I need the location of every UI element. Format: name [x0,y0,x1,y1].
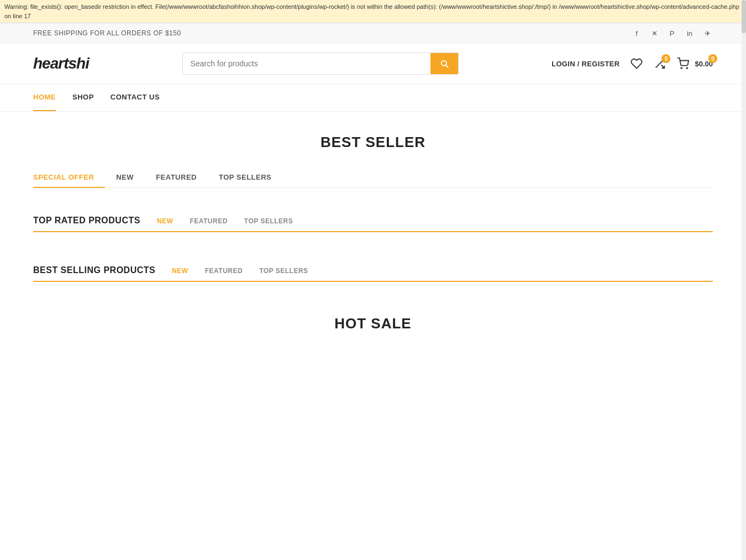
scrollbar[interactable] [742,0,746,371]
search-icon [439,59,449,69]
linkedin-icon[interactable]: in [684,28,695,39]
hot-sale-section: HOT SALE [33,315,713,332]
best-selling-tab-top-sellers[interactable]: TOP SELLERS [259,267,308,275]
compare-badge: 0 [661,54,670,63]
telegram-icon[interactable]: ✈ [702,28,713,39]
best-seller-title: BEST SELLER [33,134,713,151]
tab-special-offer[interactable]: SPECIAL OFFER [33,168,105,188]
top-rated-section: TOP RATED PRODUCTS NEW FEATURED TOP SELL… [33,216,713,232]
social-links: f ✕ P in ✈ [631,28,713,39]
heart-icon [631,57,643,70]
login-register-link[interactable]: LOGIN / REGISTER [551,60,619,68]
wishlist-button[interactable] [631,57,643,70]
top-rated-tab-featured[interactable]: FEATURED [190,217,227,225]
compare-button[interactable]: 0 [654,57,666,70]
best-seller-tabs: SPECIAL OFFER NEW FEATURED TOP SELLERS [33,168,713,188]
warning-text: Warning: file_exists(): open_basedir res… [4,3,739,19]
nav-item-shop[interactable]: SHOP [72,84,94,111]
best-selling-tab-featured[interactable]: FEATURED [205,267,243,275]
top-rated-header: TOP RATED PRODUCTS NEW FEATURED TOP SELL… [33,216,713,232]
header: heartshi LOGIN / REGISTER 0 [0,44,746,84]
scroll-thumb[interactable] [742,0,746,33]
top-rated-title: TOP RATED PRODUCTS [33,216,140,226]
pinterest-icon[interactable]: P [666,28,677,39]
logo: heartshi [33,55,89,72]
best-selling-section: BEST SELLING PRODUCTS NEW FEATURED TOP S… [33,265,713,282]
tab-new[interactable]: NEW [105,168,145,188]
shipping-notice: FREE SHIPPING FOR ALL ORDERS OF $150 [33,29,181,37]
cart-icon [677,57,689,70]
nav-item-contact[interactable]: CONTACT US [111,84,160,111]
best-seller-section: BEST SELLER SPECIAL OFFER NEW FEATURED T… [33,134,713,188]
search-input[interactable] [183,54,430,74]
search-bar [182,53,459,75]
search-button[interactable] [430,53,458,74]
twitter-x-icon[interactable]: ✕ [649,28,660,39]
svg-point-2 [681,67,682,69]
best-selling-header: BEST SELLING PRODUCTS NEW FEATURED TOP S… [33,265,713,282]
hot-sale-title: HOT SALE [33,315,713,332]
warning-bar: Warning: file_exists(): open_basedir res… [0,0,746,23]
header-right: LOGIN / REGISTER 0 0 $0.00 [551,57,713,70]
cart-badge: 0 [708,54,717,63]
best-selling-title: BEST SELLING PRODUCTS [33,265,155,275]
cart-button[interactable]: 0 $0.00 [677,57,713,70]
top-rated-tab-new[interactable]: NEW [157,217,174,225]
top-rated-tab-top-sellers[interactable]: TOP SELLERS [244,217,293,225]
best-seller-tab-list: SPECIAL OFFER NEW FEATURED TOP SELLERS [33,168,713,187]
facebook-icon[interactable]: f [631,28,642,39]
main-content: BEST SELLER SPECIAL OFFER NEW FEATURED T… [0,112,746,371]
navigation: HOME SHOP CONTACT US [0,84,746,112]
svg-point-3 [687,67,688,69]
best-selling-tab-new[interactable]: NEW [172,267,188,275]
tab-featured[interactable]: FEATURED [145,168,208,188]
nav-item-home[interactable]: HOME [33,84,56,111]
top-bar: FREE SHIPPING FOR ALL ORDERS OF $150 f ✕… [0,23,746,44]
tab-top-sellers[interactable]: TOP SELLERS [208,168,282,188]
